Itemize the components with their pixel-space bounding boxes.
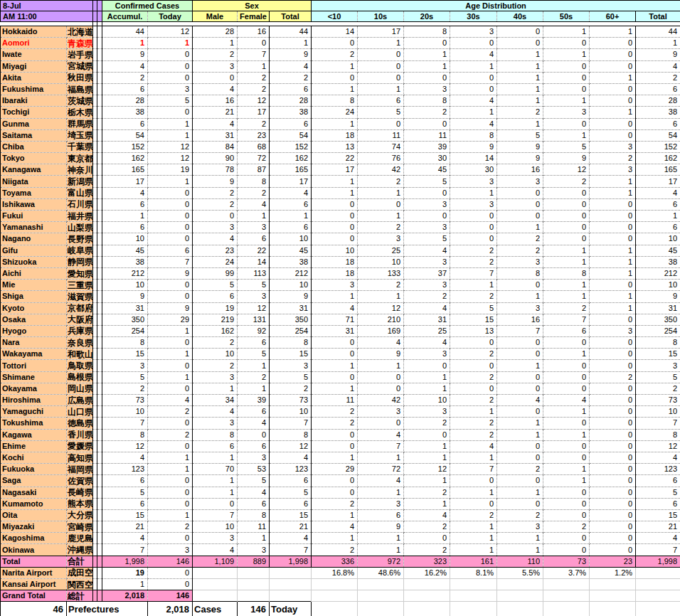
cell-tokyo-narrow-2[interactable] — [97, 153, 102, 164]
cell-kagawa-20s[interactable]: 0 — [404, 429, 450, 440]
cell-fukui-today[interactable]: 0 — [148, 211, 193, 222]
cell-hiroshima-50s[interactable]: 4 — [543, 395, 590, 406]
cell-shimane-10s[interactable]: 0 — [358, 371, 404, 383]
cell-osaka-40s[interactable]: 16 — [497, 314, 543, 325]
cell-mie-10s[interactable]: 2 — [358, 280, 404, 291]
cell-tokushima-female[interactable]: 4 — [238, 418, 270, 429]
cell-narita-sex-total[interactable] — [270, 567, 312, 578]
cell-kagoshima-female[interactable]: 1 — [238, 533, 270, 544]
cell-akita-name-jp[interactable]: 秋田県 — [67, 72, 93, 83]
cell-saitama-narrow-2[interactable] — [97, 129, 102, 141]
cell-osaka-female[interactable]: 131 — [238, 314, 270, 325]
header-today[interactable]: Today — [148, 11, 193, 22]
cell-saga-20s[interactable]: 1 — [404, 475, 450, 487]
cell-fukui-name-jp[interactable]: 福井県 — [67, 211, 93, 222]
cell-kanagawa-female[interactable]: 87 — [238, 164, 270, 176]
cell-ishikawa-20s[interactable]: 3 — [404, 198, 450, 210]
cell-hyogo-sex-total[interactable]: 254 — [270, 325, 312, 336]
cell-tottori-10s[interactable]: 1 — [358, 360, 404, 371]
cell-chiba-accumul[interactable]: 152 — [102, 141, 148, 152]
cell-fukui-male[interactable]: 0 — [193, 211, 238, 222]
cell-wakayama-today[interactable]: 1 — [148, 349, 193, 360]
cell-miyagi-sex-total[interactable]: 4 — [270, 60, 312, 72]
cell-shiga-female[interactable]: 3 — [238, 291, 270, 302]
cell-saga-50s[interactable]: 1 — [543, 475, 590, 487]
cell-miyazaki-name-jp[interactable]: 宮崎県 — [67, 521, 93, 533]
cell-mie-sex-total[interactable]: 10 — [270, 280, 312, 291]
cell-wakayama-50s[interactable]: 1 — [543, 349, 590, 360]
cell-shiga-10s[interactable]: 1 — [358, 291, 404, 302]
cell-okayama-10s[interactable]: 0 — [358, 383, 404, 394]
cell-miyazaki-today[interactable]: 2 — [148, 521, 193, 533]
cell-shiga-60plus[interactable]: 1 — [590, 291, 636, 302]
cell-shiga-age-total[interactable]: 9 — [636, 291, 680, 302]
cell-shiga-name-jp[interactable]: 滋賀県 — [67, 291, 93, 302]
cell-hiroshima-40s[interactable]: 4 — [497, 395, 543, 406]
cell-nara-10s[interactable]: 4 — [358, 337, 404, 349]
cell-iwate-male[interactable]: 2 — [193, 49, 238, 60]
cell-nagano-male[interactable]: 4 — [193, 233, 238, 245]
cell-kagoshima-60plus[interactable]: 0 — [590, 533, 636, 544]
cell-osaka-60plus[interactable]: 0 — [590, 314, 636, 325]
cell-nagano-20s[interactable]: 5 — [404, 233, 450, 245]
cell-ishikawa-50s[interactable]: 0 — [543, 198, 590, 210]
cell-kochi-10s[interactable]: 1 — [358, 452, 404, 463]
cell-okayama-name-jp[interactable]: 岡山県 — [67, 383, 93, 394]
cell-kanagawa-name-jp[interactable]: 神奈川 — [67, 164, 93, 176]
cell-mie-accumul[interactable]: 10 — [102, 280, 148, 291]
header-age-total[interactable]: Total — [636, 11, 680, 22]
cell-shizuoka-60plus[interactable]: 1 — [590, 256, 636, 267]
cell-okinawa-female[interactable]: 3 — [238, 544, 270, 556]
cell-okayama-name-en[interactable]: Okayama — [1, 383, 67, 394]
cell-fukui-20s[interactable]: 0 — [404, 211, 450, 222]
cell-saga-40s[interactable]: 0 — [497, 475, 543, 487]
cell-kochi-60plus[interactable]: 0 — [590, 452, 636, 463]
cell-kanagawa-under10[interactable]: 17 — [312, 164, 358, 176]
cell-hokkaido-under10[interactable]: 14 — [312, 26, 358, 38]
cell-miyagi-female[interactable]: 1 — [238, 60, 270, 72]
cell-niigata-60plus[interactable]: 1 — [590, 176, 636, 187]
cell-ibaraki-today[interactable]: 5 — [148, 95, 193, 107]
cell-fukui-sex-total[interactable]: 1 — [270, 211, 312, 222]
cell-kagoshima-accumul[interactable]: 4 — [102, 533, 148, 544]
cell-narita-under10-percent[interactable]: 16.8% — [312, 567, 358, 578]
cell-shiga-narrow-2[interactable] — [97, 291, 102, 302]
cell-kyoto-accumul[interactable]: 31 — [102, 302, 148, 314]
cell-total-today[interactable]: 146 — [148, 556, 193, 567]
cell-yamaguchi-40s[interactable]: 0 — [497, 406, 543, 418]
cell-chiba-female[interactable]: 68 — [238, 141, 270, 152]
cell-iwate-narrow-2[interactable] — [97, 49, 102, 60]
cell-shimane-under10[interactable]: 0 — [312, 371, 358, 383]
cell-kanagawa-male[interactable]: 78 — [193, 164, 238, 176]
cell-nagano-30s[interactable]: 0 — [450, 233, 497, 245]
cell-shimane-50s[interactable]: 0 — [543, 371, 590, 383]
cell-tottori-sex-total[interactable]: 3 — [270, 360, 312, 371]
cell-ishikawa-10s[interactable]: 0 — [358, 198, 404, 210]
cell-tokyo-10s[interactable]: 76 — [358, 153, 404, 164]
cell-narita-today[interactable]: 0 — [148, 567, 193, 578]
cell-tokyo-female[interactable]: 72 — [238, 153, 270, 164]
cell-wakayama-sex-total[interactable]: 15 — [270, 349, 312, 360]
cell-tokushima-male[interactable]: 3 — [193, 418, 238, 429]
summary-empty-50s[interactable] — [543, 602, 590, 616]
cell-oita-accumul[interactable]: 15 — [102, 509, 148, 521]
cell-shizuoka-female[interactable]: 14 — [238, 256, 270, 267]
cell-okinawa-age-total[interactable]: 7 — [636, 544, 680, 556]
cell-akita-50s[interactable]: 0 — [543, 72, 590, 83]
cell-fukui-60plus[interactable]: 0 — [590, 211, 636, 222]
cell-shizuoka-40s[interactable]: 3 — [497, 256, 543, 267]
cell-oita-10s[interactable]: 6 — [358, 509, 404, 521]
cell-okayama-20s[interactable]: 1 — [404, 383, 450, 394]
cell-kagawa-40s[interactable]: 1 — [497, 429, 543, 440]
cell-total-sex-total[interactable]: 1,998 — [270, 556, 312, 567]
cell-total-narrow-2[interactable] — [97, 556, 102, 567]
cell-mie-40s[interactable]: 0 — [497, 280, 543, 291]
cell-miyagi-name-jp[interactable]: 宮城県 — [67, 60, 93, 72]
cell-shimane-40s[interactable]: 0 — [497, 371, 543, 383]
cell-total-age-total[interactable]: 1,998 — [636, 556, 680, 567]
cell-shimane-30s[interactable]: 2 — [450, 371, 497, 383]
cell-saga-age-total[interactable]: 6 — [636, 475, 680, 487]
cell-chiba-name-en[interactable]: Chiba — [1, 141, 67, 152]
cell-gifu-name-jp[interactable]: 岐阜県 — [67, 245, 93, 256]
cell-nara-sex-total[interactable]: 8 — [270, 337, 312, 349]
